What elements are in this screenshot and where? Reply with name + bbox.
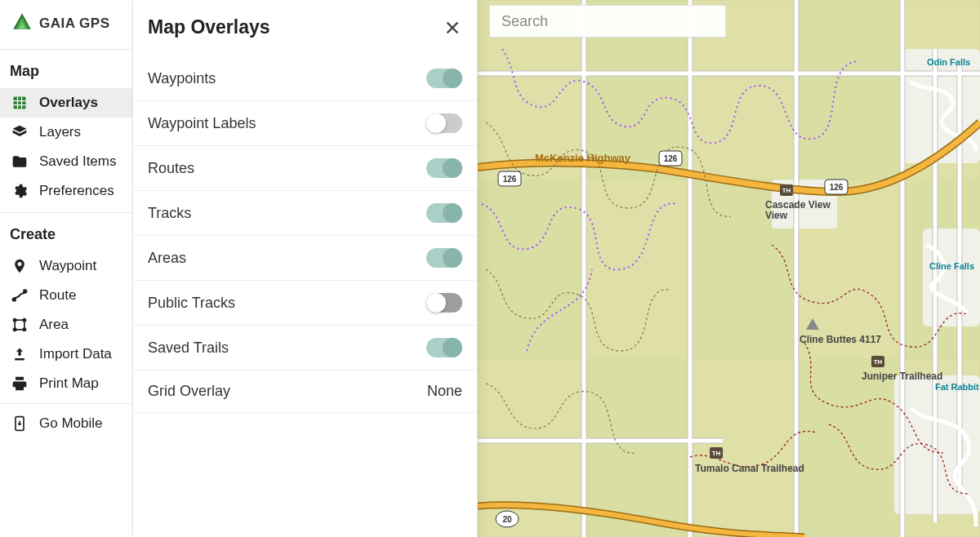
close-button[interactable]: [443, 18, 462, 38]
svg-rect-16: [796, 0, 902, 180]
overlay-label: Waypoints: [148, 70, 216, 87]
sidebar-item-label: Go Mobile: [39, 415, 102, 432]
sidebar-item-label: Print Map: [39, 375, 99, 392]
shield-20: 20: [502, 515, 512, 524]
logo-icon: [11, 11, 33, 36]
svg-text:TH: TH: [874, 358, 883, 366]
sidebar-item-import[interactable]: Import Data: [0, 340, 132, 369]
sidebar-item-label: Layers: [39, 124, 81, 140]
pin-icon: [11, 258, 28, 274]
overlay-label: Saved Trails: [148, 340, 229, 357]
toggle-waypoints[interactable]: [426, 69, 462, 88]
sidebar-item-label: Waypoint: [39, 258, 96, 274]
folder-icon: [11, 153, 28, 170]
overlay-value: None: [427, 383, 462, 400]
svg-rect-25: [690, 359, 796, 537]
toggle-public-tracks[interactable]: [426, 293, 462, 313]
panel-title: Map Overlays: [148, 16, 270, 38]
sidebar-item-saved-items[interactable]: Saved Items: [0, 147, 132, 176]
svg-text:TH: TH: [712, 450, 721, 457]
highway-label: McKenzie Highway: [535, 152, 631, 164]
overlay-label: Public Tracks: [148, 295, 235, 312]
section-title-create: Create: [0, 213, 132, 251]
sidebar-item-label: Preferences: [39, 183, 114, 199]
sidebar-item-overlays[interactable]: Overlays: [0, 88, 132, 118]
svg-point-9: [14, 328, 16, 331]
section-title-map: Map: [0, 50, 132, 88]
svg-point-7: [14, 319, 16, 322]
svg-point-8: [23, 319, 25, 322]
place-juniper: Juniper Trailhead: [862, 371, 942, 382]
svg-rect-26: [796, 359, 902, 537]
overlay-label: Areas: [148, 250, 186, 267]
map-viewport[interactable]: 126 126 126 20 McKenzie Highway TH Casca…: [478, 0, 980, 537]
overlay-row-public-tracks: Public Tracks: [133, 281, 477, 326]
toggle-waypoint-labels[interactable]: [426, 113, 462, 133]
brand[interactable]: GAIA GPS: [0, 0, 132, 50]
overlay-row-grid-overlay[interactable]: Grid Overlay None: [133, 371, 477, 413]
sidebar-item-layers[interactable]: Layers: [0, 118, 132, 147]
overlays-panel: Map Overlays Waypoints Waypoint Labels R…: [133, 0, 478, 537]
close-icon: [443, 19, 461, 37]
grid-icon: [11, 95, 28, 111]
sidebar-item-go-mobile[interactable]: Go Mobile: [0, 403, 132, 438]
sidebar-item-area[interactable]: Area: [0, 310, 132, 340]
sidebar-item-label: Overlays: [39, 95, 98, 111]
toggle-areas[interactable]: [426, 248, 462, 268]
search-input[interactable]: [489, 5, 726, 38]
svg-rect-29: [923, 229, 980, 326]
map-canvas: 126 126 126 20 McKenzie Highway TH Casca…: [478, 0, 980, 537]
sidebar-item-label: Area: [39, 317, 69, 333]
svg-point-4: [13, 298, 16, 300]
overlay-label: Tracks: [148, 205, 191, 222]
sidebar-item-print[interactable]: Print Map: [0, 369, 132, 398]
svg-point-10: [23, 328, 25, 331]
falls-cline: Cline Falls: [929, 261, 974, 271]
sidebar-item-route[interactable]: Route: [0, 281, 132, 310]
print-icon: [11, 375, 28, 392]
sidebar-item-label: Saved Items: [39, 153, 117, 170]
sidebar-item-label: Route: [39, 287, 76, 304]
place-tumalo: Tumalo Canal Trailhead: [695, 463, 804, 474]
overlay-row-routes: Routes: [133, 146, 477, 191]
route-icon: [11, 287, 28, 304]
gear-icon: [11, 183, 28, 199]
sidebar-item-preferences[interactable]: Preferences: [0, 176, 132, 206]
svg-point-5: [24, 290, 26, 292]
place-cline-buttes: Cline Buttes 4117: [800, 334, 881, 345]
overlay-row-waypoint-labels: Waypoint Labels: [133, 101, 477, 146]
svg-text:TH: TH: [782, 187, 791, 194]
svg-rect-3: [14, 97, 26, 109]
toggle-tracks[interactable]: [426, 203, 462, 223]
sidebar-item-label: Import Data: [39, 346, 112, 362]
overlay-row-areas: Areas: [133, 236, 477, 281]
overlay-row-tracks: Tracks: [133, 191, 477, 236]
layers-icon: [11, 124, 28, 140]
shield-126: 126: [664, 154, 678, 163]
overlay-label: Grid Overlay: [148, 383, 230, 400]
overlay-row-waypoints: Waypoints: [133, 56, 477, 101]
svg-text:View: View: [765, 210, 788, 221]
shield-126: 126: [503, 175, 517, 184]
shield-126: 126: [830, 183, 844, 192]
svg-rect-18: [478, 180, 584, 359]
toggle-routes[interactable]: [426, 158, 462, 178]
falls-fat-rabbit: Fat Rabbit: [935, 382, 979, 392]
upload-icon: [11, 346, 28, 362]
overlay-label: Routes: [148, 160, 194, 177]
area-icon: [11, 317, 28, 333]
overlay-row-saved-trails: Saved Trails: [133, 326, 477, 371]
toggle-saved-trails[interactable]: [426, 338, 462, 357]
brand-name: GAIA GPS: [39, 16, 110, 32]
place-cascade-view: Cascade View: [765, 199, 831, 211]
overlay-label: Waypoint Labels: [148, 115, 256, 132]
sidebar-item-waypoint[interactable]: Waypoint: [0, 251, 132, 281]
mobile-download-icon: [11, 415, 28, 432]
sidebar: GAIA GPS Map Overlays Layers Saved Items…: [0, 0, 133, 537]
falls-odin: Odin Falls: [927, 57, 970, 67]
